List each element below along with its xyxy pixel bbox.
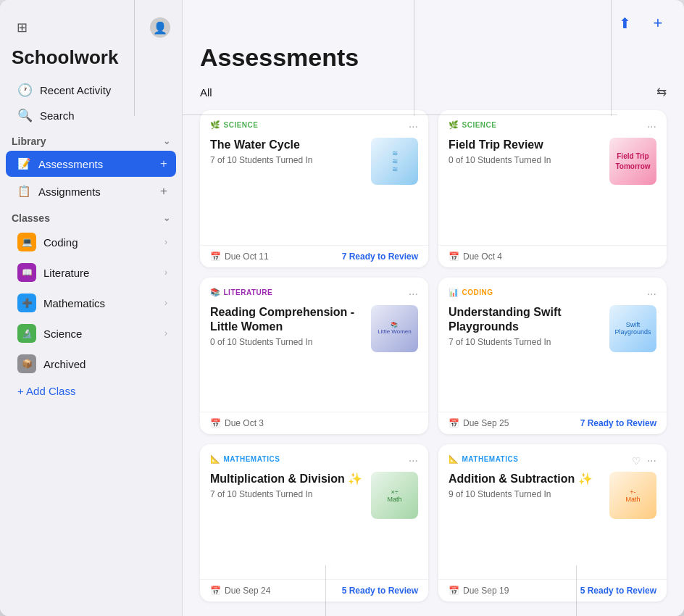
card-water-cycle-footer: 📅 Due Oct 11 7 Ready to Review bbox=[200, 245, 428, 267]
search-icon: 🔍 bbox=[17, 108, 33, 123]
card-water-cycle-text: The Water Cycle 7 of 10 Students Turned … bbox=[210, 138, 364, 165]
card-mult-div-students: 7 of 10 Students Turned In bbox=[210, 489, 364, 499]
main-content: ⬆ + Assessments All ⇆ SCIENCE bbox=[183, 0, 684, 616]
filter-icon[interactable]: ⇆ bbox=[656, 85, 667, 100]
upload-button[interactable]: ⬆ bbox=[613, 12, 636, 35]
main-header: Assessments bbox=[183, 41, 684, 85]
archived-left: 📦 Archived bbox=[17, 354, 86, 373]
card-field-trip-top: SCIENCE ··· bbox=[449, 120, 656, 133]
sidebar-item-search[interactable]: 🔍 Search bbox=[6, 103, 176, 128]
card-water-cycle-menu[interactable]: ··· bbox=[409, 120, 418, 133]
coding-label: Coding bbox=[43, 236, 78, 249]
add-icon: + bbox=[654, 14, 663, 33]
add-class-button[interactable]: + Add Class bbox=[6, 380, 176, 402]
coding-color-icon: 💻 bbox=[17, 233, 36, 251]
account-icon[interactable]: 👤 bbox=[150, 17, 170, 38]
card-field-trip-menu[interactable]: ··· bbox=[647, 120, 656, 133]
science-subject-icon bbox=[210, 120, 221, 130]
filter-bar: All ⇆ bbox=[183, 85, 684, 107]
assignments-left: 📋 Assignments bbox=[17, 185, 101, 198]
card-mult-div-subject: MATHEMATICS bbox=[210, 454, 280, 464]
classes-section-label: Classes bbox=[12, 212, 50, 224]
card-add-sub-menu[interactable]: ··· bbox=[647, 454, 656, 467]
card-add-sub-inner: MATHEMATICS ♡ ··· Addition & Subtraction… bbox=[438, 444, 667, 573]
card-water-cycle-students: 7 of 10 Students Turned In bbox=[210, 155, 364, 165]
calendar-icon5: 📅 bbox=[210, 586, 221, 596]
literature-subject-icon bbox=[210, 288, 221, 297]
library-section-header: Library ⌄ bbox=[0, 128, 182, 150]
card-reading-students: 0 of 10 Students Turned In bbox=[210, 337, 364, 347]
mathematics-arrow-icon: › bbox=[164, 298, 167, 308]
main-toolbar: ⬆ + bbox=[183, 0, 684, 41]
card-swift-due: 📅 Due Sep 25 bbox=[449, 418, 509, 428]
card-mult-div-review[interactable]: 5 Ready to Review bbox=[342, 586, 418, 596]
assignments-icon: 📋 bbox=[17, 185, 31, 198]
card-field-trip: SCIENCE ··· Field Trip Review 0 of 10 St… bbox=[438, 110, 667, 267]
add-assessment-button[interactable]: + bbox=[646, 12, 670, 35]
card-reading-inner: LITERATURE ··· Reading Comprehension - L… bbox=[200, 278, 428, 407]
sidebar-item-literature[interactable]: 📖 Literature › bbox=[6, 258, 176, 287]
classes-section-header: Classes ⌄ bbox=[0, 205, 182, 227]
card-reading-menu[interactable]: ··· bbox=[409, 288, 418, 301]
card-water-cycle-review[interactable]: 7 Ready to Review bbox=[342, 251, 418, 262]
assessments-left: 📝 Assessments bbox=[17, 157, 103, 170]
filter-label[interactable]: All bbox=[200, 86, 212, 99]
card-swift-text: Understanding Swift Playgrounds 7 of 10 … bbox=[449, 305, 602, 348]
card-mult-div-menu[interactable]: ··· bbox=[409, 454, 418, 467]
assignments-add-button[interactable]: + bbox=[160, 184, 167, 199]
card-field-trip-students: 0 of 10 Students Turned In bbox=[449, 155, 602, 165]
assessments-add-button[interactable]: + bbox=[160, 157, 167, 171]
card-add-sub-review[interactable]: 5 Ready to Review bbox=[580, 586, 656, 596]
card-swift-review[interactable]: 7 Ready to Review bbox=[580, 418, 656, 428]
card-swift: CODING ··· Understanding Swift Playgroun… bbox=[438, 278, 667, 435]
card-water-cycle-due: 📅 Due Oct 11 bbox=[210, 251, 269, 262]
sidebar-item-recent-activity[interactable]: 🕐 Recent Activity bbox=[6, 78, 176, 103]
recent-activity-icon: 🕐 bbox=[17, 83, 33, 98]
card-field-trip-due: 📅 Due Oct 4 bbox=[449, 251, 502, 262]
science-subject-icon2 bbox=[449, 120, 459, 130]
literature-left: 📖 Literature bbox=[17, 263, 89, 282]
coding-arrow-icon: › bbox=[164, 237, 167, 247]
sidebar: ⊞ 👤 Schoolwork 🕐 Recent Activity 🔍 Searc… bbox=[0, 0, 183, 616]
coding-left: 💻 Coding bbox=[17, 233, 78, 251]
science-left: 🔬 Science bbox=[17, 324, 82, 343]
sidebar-item-assignments[interactable]: 📋 Assignments + bbox=[6, 178, 176, 204]
sidebar-item-mathematics[interactable]: ➕ Mathematics › bbox=[6, 288, 176, 317]
science-color-icon: 🔬 bbox=[17, 324, 36, 343]
card-field-trip-thumb: Field TripTomorrow bbox=[609, 138, 656, 185]
app-window: ⊞ 👤 Schoolwork 🕐 Recent Activity 🔍 Searc… bbox=[0, 0, 684, 616]
science-arrow-icon: › bbox=[164, 328, 167, 338]
card-swift-menu[interactable]: ··· bbox=[647, 288, 656, 301]
card-add-sub-heart[interactable]: ♡ bbox=[632, 455, 641, 467]
calendar-icon: 📅 bbox=[210, 251, 221, 262]
card-water-cycle-body: The Water Cycle 7 of 10 Students Turned … bbox=[210, 138, 418, 185]
card-swift-subject: CODING bbox=[449, 288, 493, 297]
card-mult-div-body: Multiplication & Division ✨ 7 of 10 Stud… bbox=[210, 472, 418, 519]
search-label: Search bbox=[40, 109, 75, 122]
card-swift-students: 7 of 10 Students Turned In bbox=[449, 337, 602, 347]
card-water-cycle: SCIENCE ··· The Water Cycle 7 of 10 Stud… bbox=[200, 110, 428, 267]
archived-color-icon: 📦 bbox=[17, 354, 36, 373]
card-swift-footer: 📅 Due Sep 25 7 Ready to Review bbox=[438, 412, 667, 434]
sidebar-item-archived[interactable]: 📦 Archived bbox=[6, 349, 176, 378]
card-reading-due: 📅 Due Oct 3 bbox=[210, 418, 264, 428]
sidebar-header: ⊞ 👤 bbox=[0, 12, 182, 41]
library-chevron[interactable]: ⌄ bbox=[163, 136, 170, 146]
classes-chevron[interactable]: ⌄ bbox=[163, 213, 170, 223]
mathematics-subject-icon bbox=[210, 454, 221, 464]
literature-label: Literature bbox=[43, 267, 89, 279]
mathematics-color-icon: ➕ bbox=[17, 294, 36, 312]
card-water-cycle-inner: SCIENCE ··· The Water Cycle 7 of 10 Stud… bbox=[200, 110, 428, 239]
sidebar-item-science[interactable]: 🔬 Science › bbox=[6, 319, 176, 348]
card-reading-title: Reading Comprehension - Little Women bbox=[210, 305, 364, 336]
card-reading-footer: 📅 Due Oct 3 bbox=[200, 412, 428, 434]
card-mult-div-thumb: ×÷Math bbox=[371, 472, 418, 519]
mult-div-image: ×÷Math bbox=[371, 472, 418, 519]
calendar-icon3: 📅 bbox=[210, 418, 221, 428]
card-mult-div-due: 📅 Due Sep 24 bbox=[210, 586, 270, 596]
mathematics-label: Mathematics bbox=[43, 297, 105, 309]
sidebar-item-assessments[interactable]: 📝 Assessments + bbox=[6, 151, 176, 177]
card-add-sub-body: Addition & Subtraction ✨ 9 of 10 Student… bbox=[449, 472, 656, 519]
panel-icon[interactable]: ⊞ bbox=[12, 17, 32, 38]
sidebar-item-coding[interactable]: 💻 Coding › bbox=[6, 228, 176, 257]
